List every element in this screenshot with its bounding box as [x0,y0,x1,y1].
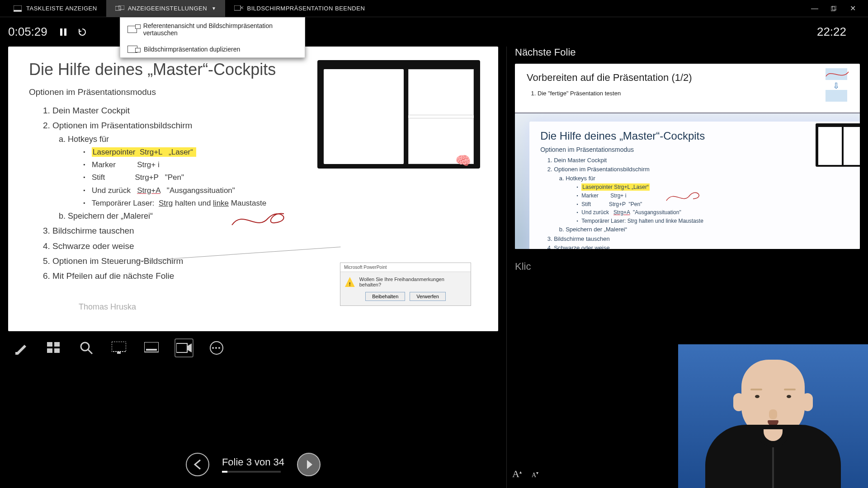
top-toolbar: TASKLEISTE ANZEIGEN ANZEIGEEINSTELLUNGEN… [0,0,868,17]
chevron-down-icon: ▼ [212,6,216,11]
notes-font-controls: A▴ A▾ [512,468,538,480]
slide-li-4: Schwarze oder weise [52,239,477,253]
next-slide-heading: Nächste Folie [515,47,860,58]
slide-progress [222,471,281,473]
restart-timer-button[interactable] [76,26,88,38]
prev-slide-button[interactable] [186,453,209,476]
duplicate-show-item[interactable]: Bildschirmpräsentation duplizieren [120,41,305,57]
pause-timer-button[interactable] [57,26,69,38]
ink-annotation [230,205,297,232]
svg-rect-15 [54,348,60,353]
next-slide-li1: Die "fertige" Präsentation testen [538,90,848,97]
svg-rect-1 [14,10,22,12]
minimize-button[interactable]: — [810,5,819,12]
svg-rect-8 [832,6,836,10]
cockpit-thumbnail [317,60,480,169]
next-slide-preview[interactable]: Vorbereiten auf die Präsentation (1/2) D… [515,64,860,249]
projection-photo: Die Hilfe deines „Master“-Cockpits Optio… [515,113,860,249]
show-taskbar-button[interactable]: TASKLEISTE ANZEIGEN [5,0,106,17]
svg-rect-11 [15,352,18,355]
notes-placeholder[interactable]: Klic [515,261,860,272]
hotkey-pen: Stift Strg+P "Pen" [83,171,477,184]
svg-rect-22 [176,343,187,352]
duplicate-label: Bildschirmpräsentation duplizieren [144,46,240,53]
svg-rect-12 [47,342,52,347]
zoom-button[interactable] [78,339,95,357]
svg-rect-4 [234,5,241,10]
svg-rect-13 [54,342,60,347]
duplicate-displays-icon [127,46,137,53]
presenter-camera[interactable] [678,344,868,488]
camera-button[interactable] [175,339,193,357]
end-show-button[interactable]: BILDSCHIRMPRÄSENTATION BEENDEN [225,0,374,17]
next-slide-title: Vorbereiten auf die Präsentation (1/2) [527,72,848,84]
see-all-slides-button[interactable] [45,339,62,357]
svg-rect-21 [146,349,157,351]
presenter-toolbar: ••• [8,331,498,357]
dialog-title: Microsoft PowerPoint [340,263,471,272]
slide-nav: Folie 3 von 34 [0,453,506,476]
taskbar-icon [14,5,22,12]
show-taskbar-label: TASKLEISTE ANZEIGEN [26,5,97,12]
more-options-button[interactable]: ••• [208,339,225,357]
monitors-icon [115,5,123,12]
slide-counter: Folie 3 von 34 [222,456,284,468]
display-settings-button[interactable]: ANZEIGEEINSTELLUNGEN ▼ [106,0,226,17]
pen-tool-button[interactable] [13,339,30,357]
decrease-font-button[interactable]: A▾ [532,470,538,479]
increase-font-button[interactable]: A▴ [512,468,522,480]
swap-displays-icon [127,26,137,33]
end-show-icon [234,5,242,12]
dialog-discard-button[interactable]: Verwerfen [410,292,446,301]
window-controls: — ✕ [810,5,857,12]
svg-rect-2 [115,6,121,10]
wall-clock: 22:22 [817,25,846,39]
svg-rect-7 [831,7,835,11]
svg-point-16 [81,343,89,351]
warning-icon: ! [345,277,355,287]
right-pane: Nächste Folie Vorbereiten auf die Präsen… [506,47,868,488]
next-slide-button[interactable] [297,453,321,476]
current-slide-pane: Die Hilfe deines „Master“-Cockpits Optio… [0,47,506,488]
ellipsis-icon: ••• [210,341,223,355]
photo-cockpit-thumb [816,123,860,167]
svg-rect-14 [47,348,52,353]
svg-rect-3 [119,5,124,9]
svg-rect-18 [112,342,126,352]
swap-presenter-view-item[interactable]: Referentenansicht und Bildschirmpräsenta… [120,18,305,41]
dialog-message: Wollen Sie Ihre Freihandanmerkungen beha… [359,277,466,287]
close-button[interactable]: ✕ [848,5,857,12]
end-show-label: BILDSCHIRMPRÄSENTATION BEENDEN [247,5,365,12]
swap-label: Referentenansicht und Bildschirmpräsenta… [143,22,297,37]
shape-icon: ⇩ [826,68,854,102]
black-screen-button[interactable] [110,339,127,357]
display-settings-dropdown: Referentenansicht und Bildschirmpräsenta… [120,17,305,58]
svg-rect-19 [117,352,121,354]
elapsed-time: 0:05:29 [8,25,47,39]
photo-sub: Optionen im Präsentationsmodus [540,146,853,153]
svg-rect-9 [60,28,62,36]
svg-rect-10 [64,28,66,36]
brain-icon: 🧠 [455,153,471,168]
photo-ink [665,187,706,205]
hotkey-back: Und zurück Strg+A "Ausgangssituation" [83,184,477,197]
svg-line-17 [88,350,92,354]
photo-title: Die Hilfe deines „Master“-Cockpits [540,130,853,142]
display-settings-label: ANZEIGEEINSTELLUNGEN [128,5,207,12]
maximize-button[interactable] [829,5,838,12]
ink-dialog: Microsoft PowerPoint ! Wollen Sie Ihre F… [340,263,471,306]
subtitle-button[interactable] [143,339,160,357]
dialog-keep-button[interactable]: Beibehalten [365,292,405,301]
current-slide[interactable]: Die Hilfe deines „Master“-Cockpits Optio… [8,47,498,331]
